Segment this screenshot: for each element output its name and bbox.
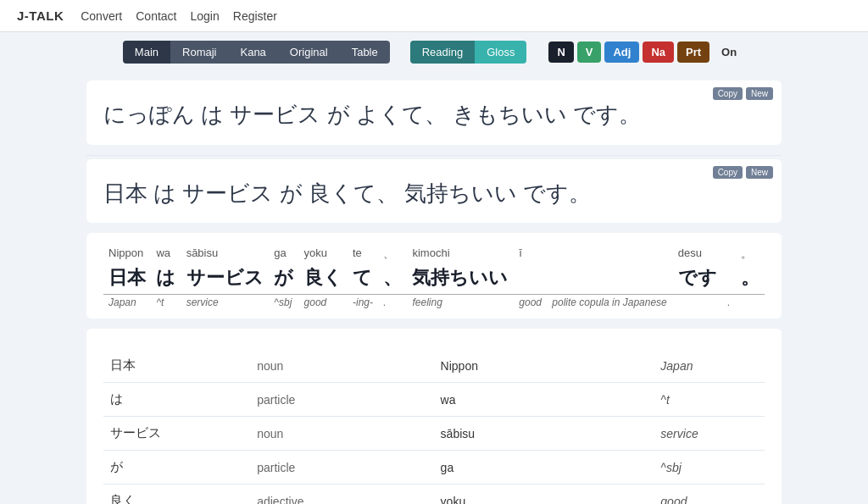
toolbar: MainRomajiKanaOriginalTable ReadingGloss… bbox=[0, 32, 868, 72]
tab-gloss[interactable]: Gloss bbox=[475, 41, 526, 64]
brand-logo: J-TALK bbox=[17, 8, 64, 23]
kanji-cell: は bbox=[151, 263, 181, 295]
cell-gloss: service bbox=[654, 417, 765, 451]
nav-link-register[interactable]: Register bbox=[233, 9, 277, 23]
cell-pos: noun bbox=[250, 349, 433, 383]
hiragana-section: Copy New にっぽん は サービス が よくて、 きもちいい です。 bbox=[86, 80, 782, 145]
gloss-cell: feeling bbox=[407, 295, 514, 311]
romaji-cell: Nippon bbox=[103, 245, 151, 263]
gloss-cell: good bbox=[299, 295, 348, 311]
romaji-cell: ī bbox=[514, 245, 547, 263]
copy-button-1[interactable]: Copy bbox=[713, 87, 743, 100]
new-button-2[interactable]: New bbox=[746, 166, 773, 179]
cell-romaji: ga bbox=[434, 451, 654, 485]
cell-romaji: sābisu bbox=[434, 417, 654, 451]
table-row: 良くadjectiveyokugood bbox=[103, 485, 765, 504]
romaji-cell: te bbox=[348, 245, 378, 263]
gloss-section: Nipponwasābisugayokute、kimochiīdesu。日本はサ… bbox=[86, 233, 782, 318]
pos-btn-na[interactable]: Na bbox=[643, 42, 674, 63]
tab-table[interactable]: Table bbox=[340, 41, 390, 64]
romaji-cell bbox=[722, 245, 735, 263]
romaji-cell: kimochi bbox=[407, 245, 514, 263]
romaji-cell bbox=[547, 245, 672, 263]
kanji-cell: て bbox=[348, 263, 378, 295]
gloss-cell: polite copula in Japanese bbox=[547, 295, 672, 311]
copy-bar-1: Copy New bbox=[713, 87, 773, 100]
kanji-cell bbox=[547, 263, 672, 295]
kanji-cell: 日本 bbox=[103, 263, 151, 295]
kanji-cell: が bbox=[269, 263, 298, 295]
cell-pos: particle bbox=[250, 451, 433, 485]
pos-btn-n[interactable]: N bbox=[548, 42, 573, 63]
pos-btn-prt[interactable]: Prt bbox=[677, 42, 709, 63]
pos-btn-v[interactable]: V bbox=[577, 42, 602, 63]
romaji-cell: sābisu bbox=[181, 245, 270, 263]
pos-btn-adj[interactable]: Adj bbox=[604, 42, 639, 63]
kanji-cell: 、 bbox=[378, 263, 407, 295]
gloss-cell: . bbox=[722, 295, 735, 311]
cell-pos: adjective bbox=[250, 485, 433, 504]
gloss-cell: good bbox=[514, 295, 547, 311]
tab-original[interactable]: Original bbox=[278, 41, 340, 64]
cell-romaji: yoku bbox=[434, 485, 654, 504]
cell-word: は bbox=[103, 383, 250, 417]
pos-buttons: NVAdjNaPrtOn bbox=[548, 42, 745, 63]
copy-bar-2: Copy New bbox=[713, 166, 773, 179]
kanji-cell: です bbox=[673, 263, 722, 295]
table-row: がparticlega^sbj bbox=[103, 451, 765, 485]
gloss-cell: ^t bbox=[151, 295, 181, 311]
gloss-cell: -ing- bbox=[348, 295, 378, 311]
romaji-cell: 。 bbox=[736, 245, 765, 263]
new-button-1[interactable]: New bbox=[746, 87, 773, 100]
main-content: Copy New にっぽん は サービス が よくて、 きもちいい です。 Co… bbox=[70, 72, 798, 504]
kanji-section: Copy New 日本 は サービス が 良くて、 気持ちいい です。 bbox=[86, 159, 782, 224]
kanji-cell bbox=[514, 263, 547, 295]
mode-tabs: ReadingGloss bbox=[410, 41, 527, 64]
table-row: サービスnounsābisuservice bbox=[103, 417, 765, 451]
gloss-table: Nipponwasābisugayokute、kimochiīdesu。日本はサ… bbox=[103, 245, 765, 310]
romaji-cell: 、 bbox=[378, 245, 407, 263]
hiragana-text: にっぽん は サービス が よくて、 きもちいい です。 bbox=[103, 97, 765, 133]
table-row: はparticlewa^t bbox=[103, 383, 765, 417]
word-table-section: 日本nounNipponJapanはparticlewa^tサービスnounsā… bbox=[86, 329, 782, 504]
cell-gloss: ^t bbox=[654, 383, 765, 417]
romaji-cell: desu bbox=[673, 245, 722, 263]
kanji-cell: 気持ちいい bbox=[407, 263, 514, 295]
copy-button-2[interactable]: Copy bbox=[713, 166, 743, 179]
cell-pos: particle bbox=[250, 383, 433, 417]
gloss-cell: Japan bbox=[103, 295, 151, 311]
table-row: 日本nounNipponJapan bbox=[103, 349, 765, 383]
gloss-cell: service bbox=[181, 295, 270, 311]
nav-link-contact[interactable]: Contact bbox=[136, 9, 176, 23]
pos-btn-on[interactable]: On bbox=[713, 42, 745, 63]
gloss-cell: . bbox=[378, 295, 407, 311]
kanji-cell: 良く bbox=[299, 263, 348, 295]
view-tabs: MainRomajiKanaOriginalTable bbox=[123, 41, 390, 64]
word-table: 日本nounNipponJapanはparticlewa^tサービスnounsā… bbox=[103, 349, 765, 504]
cell-word: が bbox=[103, 451, 250, 485]
cell-word: サービス bbox=[103, 417, 250, 451]
gloss-cell: ^sbj bbox=[269, 295, 298, 311]
tab-main[interactable]: Main bbox=[123, 41, 170, 64]
cell-gloss: good bbox=[654, 485, 765, 504]
cell-word: 良く bbox=[103, 485, 250, 504]
romaji-cell: ga bbox=[269, 245, 298, 263]
cell-word: 日本 bbox=[103, 349, 250, 383]
nav-link-login[interactable]: Login bbox=[191, 9, 220, 23]
nav-link-convert[interactable]: Convert bbox=[81, 9, 122, 23]
gloss-cell bbox=[673, 295, 722, 311]
kanji-cell: 。 bbox=[736, 263, 765, 295]
tab-reading[interactable]: Reading bbox=[410, 41, 475, 64]
cell-romaji: wa bbox=[434, 383, 654, 417]
nav-links: ConvertContactLoginRegister bbox=[81, 9, 277, 23]
tab-kana[interactable]: Kana bbox=[228, 41, 277, 64]
cell-gloss: Japan bbox=[654, 349, 765, 383]
romaji-cell: wa bbox=[151, 245, 181, 263]
tab-romaji[interactable]: Romaji bbox=[170, 41, 228, 64]
kanji-cell bbox=[722, 263, 735, 295]
cell-pos: noun bbox=[250, 417, 433, 451]
romaji-cell: yoku bbox=[299, 245, 348, 263]
nav-bar: J-TALK ConvertContactLoginRegister bbox=[0, 0, 868, 32]
kanji-text: 日本 は サービス が 良くて、 気持ちいい です。 bbox=[103, 176, 765, 212]
gloss-cell bbox=[736, 295, 765, 311]
